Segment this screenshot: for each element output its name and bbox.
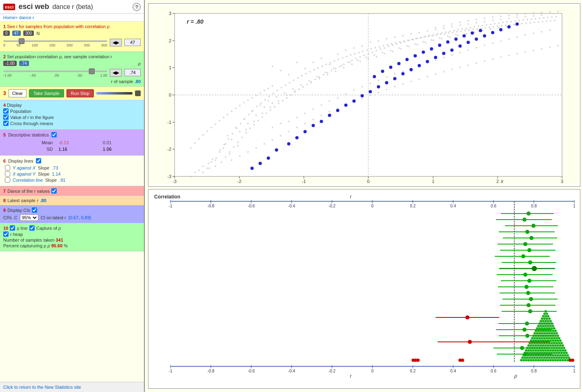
svg-point-388 [367,53,369,55]
svg-point-369 [290,94,292,96]
speed-thumb[interactable] [135,90,141,96]
section10-r-heap-checkbox[interactable] [3,231,9,237]
svg-point-368 [286,97,288,99]
svg-point-53 [316,76,318,77]
svg-point-170 [452,32,454,33]
svg-point-760 [551,327,553,330]
section2-rho-input[interactable] [124,69,141,76]
section-4: 4 Display Population Value of r in the f… [0,100,144,130]
svg-point-399 [412,39,414,40]
svg-point-270 [549,29,551,31]
ci-select[interactable]: 95% 90% 99% [20,214,38,221]
help-button[interactable]: ? [133,3,141,11]
svg-point-397 [404,41,406,42]
section2-r-sample-label: r of sample [111,79,133,84]
section1-transport[interactable]: ◀▶ [110,39,122,46]
svg-point-663 [548,347,551,349]
svg-point-428 [531,18,532,20]
svg-point-338 [476,19,477,20]
left-panel: esci esci web dance r (beta) ? Home> dan… [0,0,145,392]
section4-value-checkbox[interactable] [3,115,9,120]
svg-point-696 [555,342,558,344]
svg-point-59 [365,57,367,58]
svg-point-398 [408,40,410,41]
svg-point-122 [256,106,258,107]
svg-point-437 [295,136,299,139]
svg-point-689 [538,342,541,344]
svg-point-478 [454,37,458,41]
svg-point-606 [537,354,540,357]
svg-point-208 [321,57,322,59]
svg-point-741 [548,332,551,335]
svg-point-446 [369,90,372,93]
svg-point-206 [304,68,306,69]
svg-point-54 [325,72,326,73]
svg-point-649 [554,349,557,352]
svg-point-408 [449,31,451,32]
svg-point-469 [381,70,384,73]
section10-rho-line-checkbox[interactable] [10,225,15,231]
line1-checkbox[interactable] [5,165,10,170]
svg-point-641 [535,349,537,352]
svg-point-782 [546,317,548,320]
svg-point-697 [558,342,560,344]
svg-point-220 [418,32,420,33]
svg-point-656 [531,347,533,349]
svg-point-660 [541,347,543,349]
section5-checkbox[interactable] [51,132,57,137]
svg-point-391 [380,48,381,50]
line3-checkbox[interactable] [5,177,10,183]
section1-slider[interactable] [3,40,107,42]
svg-point-674 [537,344,540,347]
section2-slider[interactable] [3,70,107,72]
section4-cross-checkbox[interactable] [3,121,9,126]
take-sample-button[interactable]: Take Sample [29,89,64,97]
footer-link[interactable]: Click to return to the New Statistics si… [0,382,144,392]
svg-point-36 [239,131,241,132]
svg-point-372 [302,86,304,88]
svg-point-417 [486,24,487,26]
clear-button[interactable]: Clear [9,89,27,97]
svg-point-702 [537,339,540,342]
svg-point-106 [490,28,491,30]
svg-point-336 [459,22,461,23]
svg-point-126 [272,92,274,94]
svg-point-193 [546,20,547,22]
svg-point-521 [528,249,531,252]
section6-title: Display lines [8,159,33,163]
svg-text:-2: -2 [167,147,171,152]
svg-point-289 [378,92,379,93]
svg-point-87 [335,70,336,72]
svg-point-666 [555,347,558,349]
svg-point-648 [552,349,554,352]
svg-point-357 [241,137,243,138]
section9-number: 9 [3,208,6,213]
svg-point-618 [567,354,569,357]
svg-point-139 [325,64,327,65]
svg-point-252 [402,70,404,72]
svg-point-204 [288,74,290,75]
section2-transport[interactable]: ◀▶ [110,69,122,77]
svg-point-102 [457,35,459,36]
section3-number: 3 [3,90,6,96]
svg-point-363 [266,112,267,114]
section7-checkbox[interactable] [51,188,57,194]
section4-population-checkbox[interactable] [3,108,9,114]
svg-point-387 [363,55,365,56]
ci-latest-label: CI on latest r [41,215,66,220]
svg-point-149 [366,49,368,51]
svg-point-553 [468,340,471,344]
svg-point-144 [346,56,347,57]
svg-point-242 [321,104,322,106]
breadcrumb-home[interactable]: Home [3,15,15,20]
run-stop-button[interactable]: Run Stop [66,89,94,97]
section9-checkbox[interactable] [32,207,37,213]
line2-checkbox[interactable] [5,171,10,176]
section1-n-input[interactable] [124,39,141,46]
svg-point-353 [225,156,226,158]
section6-checkbox[interactable] [36,158,41,163]
svg-point-211 [345,49,347,51]
svg-point-562 [527,359,530,361]
svg-point-533 [528,279,531,282]
section10-capture-checkbox[interactable] [29,225,35,231]
